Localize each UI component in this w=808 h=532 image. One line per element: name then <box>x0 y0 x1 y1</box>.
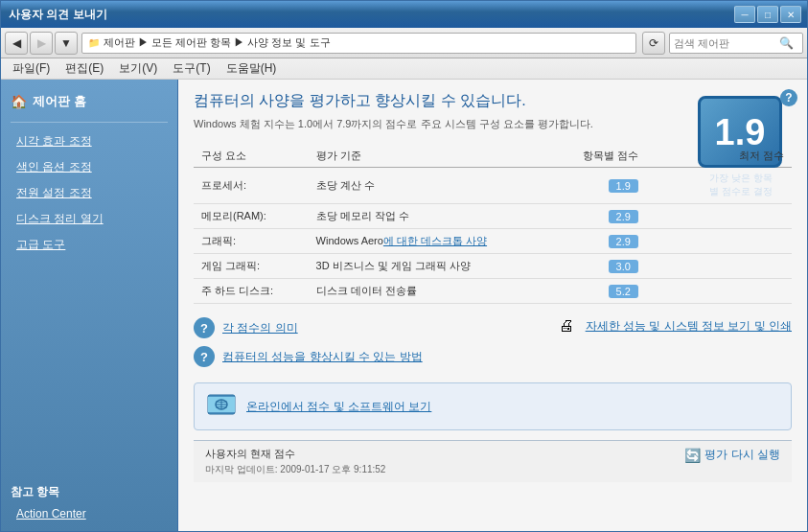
title-bar-text: 사용자 의견 보내기 <box>9 7 107 23</box>
cell-component: 게임 그래픽: <box>194 254 309 279</box>
menu-edit[interactable]: 편집(E) <box>58 58 111 79</box>
cell-component: 메모리(RAM): <box>194 204 309 229</box>
cell-criteria: 초당 계산 수 <box>309 168 553 204</box>
maximize-button[interactable]: □ <box>757 6 778 23</box>
address-text: 제어판 ▶ 모든 제어판 항목 ▶ 사양 정보 및 도구 <box>104 35 331 50</box>
main-area: 🏠 제어판 홈 시각 효과 조정 색인 옵션 조정 전원 설정 조정 디스크 정… <box>1 80 807 531</box>
sidebar: 🏠 제어판 홈 시각 효과 조정 색인 옵션 조정 전원 설정 조정 디스크 정… <box>1 80 178 531</box>
cell-component: 프로세서: <box>194 168 309 204</box>
search-input[interactable] <box>674 37 779 49</box>
cell-score: 1.9 <box>553 168 646 204</box>
link-row-meaning: ? 각 점수의 의미 <box>194 317 423 338</box>
link-online[interactable]: 온라인에서 점수 및 소프트웨어 보기 <box>246 399 431 415</box>
cell-component: 주 하드 디스크: <box>194 279 309 304</box>
big-score-display: 1.9 가장 낮은 항목별 점수로 결정 <box>698 96 784 198</box>
main-window: 사용자 의견 보내기 ─ □ ✕ ◀ ▶ ▼ 📁 제어판 ▶ 모든 제어판 항목… <box>0 0 808 532</box>
online-section: 온라인에서 점수 및 소프트웨어 보기 <box>194 382 792 430</box>
col-header-score: 항목별 점수 <box>553 145 646 168</box>
score-badge: 5.2 <box>609 285 638 298</box>
user-score-area: 사용자의 현재 점수 마지막 업데이트: 2009-01-17 오후 9:11:… <box>205 447 385 476</box>
links-left: ? 각 점수의 의미 ? 컴퓨터의 성능을 향상시킬 수 있는 방법 <box>194 317 423 375</box>
cell-score: 2.9 <box>553 229 646 254</box>
close-button[interactable]: ✕ <box>780 6 801 23</box>
col-header-component: 구성 요소 <box>194 145 309 168</box>
help-icon[interactable]: ? <box>780 89 797 106</box>
cell-criteria: 3D 비즈니스 및 게임 그래픽 사양 <box>309 254 553 279</box>
sidebar-link-visual[interactable]: 시각 효과 조정 <box>1 128 177 154</box>
address-path[interactable]: 📁 제어판 ▶ 모든 제어판 항목 ▶ 사양 정보 및 도구 <box>81 33 636 54</box>
cell-min <box>646 254 792 279</box>
link-improve[interactable]: 컴퓨터의 성능을 향상시킬 수 있는 방법 <box>222 349 423 365</box>
table-row: 메모리(RAM): 초당 메모리 작업 수 2.9 <box>194 204 792 229</box>
cell-criteria: 디스크 데이터 전송률 <box>309 279 553 304</box>
cell-component: 그래픽: <box>194 229 309 254</box>
search-icon[interactable]: 🔍 <box>779 36 794 50</box>
menu-tools[interactable]: 도구(T) <box>165 58 218 79</box>
rerun-label: 평가 다시 실행 <box>704 447 780 463</box>
title-bar-buttons: ─ □ ✕ <box>734 6 801 23</box>
link-row-print: 🖨 자세한 성능 및 시스템 정보 보기 및 인쇄 <box>559 317 792 335</box>
folder-icon: 📁 <box>88 37 100 48</box>
cell-score: 5.2 <box>553 279 646 304</box>
cell-criteria: Windows Aero에 대한 데스크톱 사양 <box>309 229 553 254</box>
sidebar-link-index[interactable]: 색인 옵션 조정 <box>1 154 177 180</box>
sidebar-link-disk[interactable]: 디스크 정리 열기 <box>1 206 177 232</box>
col-header-criteria: 평가 기준 <box>309 145 553 168</box>
rerun-button[interactable]: 🔄 평가 다시 실행 <box>684 447 780 463</box>
sidebar-divider <box>11 122 168 123</box>
sidebar-action-center[interactable]: Action Center <box>1 504 177 523</box>
sidebar-section-title: 참고 항목 <box>1 476 177 504</box>
forward-button[interactable]: ▶ <box>30 32 53 55</box>
score-badge: 2.9 <box>609 235 638 248</box>
table-row: 주 하드 디스크: 디스크 데이터 전송률 5.2 <box>194 279 792 304</box>
rerun-icon: 🔄 <box>684 448 701 463</box>
nav-buttons: ◀ ▶ ▼ <box>5 32 78 55</box>
sidebar-link-advanced[interactable]: 고급 도구 <box>1 232 177 258</box>
cell-min <box>646 279 792 304</box>
title-bar: 사용자 의견 보내기 ─ □ ✕ <box>1 1 807 28</box>
sidebar-link-power[interactable]: 전원 설정 조정 <box>1 180 177 206</box>
cell-min <box>646 229 792 254</box>
printer-icon: 🖨 <box>559 317 574 335</box>
table-row: 게임 그래픽: 3D 비즈니스 및 게임 그래픽 사양 3.0 <box>194 254 792 279</box>
info-icon-2: ? <box>194 346 215 367</box>
menu-file[interactable]: 파일(F) <box>5 58 58 79</box>
address-bar: ◀ ▶ ▼ 📁 제어판 ▶ 모든 제어판 항목 ▶ 사양 정보 및 도구 ⟳ 🔍 <box>1 28 807 58</box>
link-row-improve: ? 컴퓨터의 성능을 향상시킬 수 있는 방법 <box>194 346 423 367</box>
cell-score: 3.0 <box>553 254 646 279</box>
menu-help[interactable]: 도움말(H) <box>219 58 285 79</box>
sidebar-home-label: 제어판 홈 <box>33 93 86 110</box>
cell-min <box>646 204 792 229</box>
score-label: 가장 낮은 항목별 점수로 결정 <box>698 172 784 198</box>
score-badge: 2.9 <box>609 210 638 223</box>
table-row: 그래픽: Windows Aero에 대한 데스크톱 사양 2.9 <box>194 229 792 254</box>
sidebar-home[interactable]: 🏠 제어판 홈 <box>1 87 177 116</box>
score-number: 1.9 <box>715 114 766 150</box>
table-row: 프로세서: 초당 계산 수 1.9 1.9 가장 낮은 항목별 점수로 결정 <box>194 168 792 204</box>
dropdown-button[interactable]: ▼ <box>55 32 78 55</box>
link-meaning[interactable]: 각 점수의 의미 <box>222 320 298 336</box>
bottom-bar: 사용자의 현재 점수 마지막 업데이트: 2009-01-17 오후 9:11:… <box>194 440 792 482</box>
score-badge: 1.9 <box>609 179 638 193</box>
back-button[interactable]: ◀ <box>5 32 28 55</box>
user-score-title: 사용자의 현재 점수 <box>205 447 385 461</box>
search-box: 🔍 <box>669 33 803 54</box>
score-badge: 3.0 <box>609 260 638 273</box>
cell-min: 1.9 가장 낮은 항목별 점수로 결정 <box>646 168 792 204</box>
user-score-updated: 마지막 업데이트: 2009-01-17 오후 9:11:52 <box>205 463 385 476</box>
menu-bar: 파일(F) 편집(E) 보기(V) 도구(T) 도움말(H) <box>1 58 807 80</box>
cell-criteria: 초당 메모리 작업 수 <box>309 204 553 229</box>
cell-score: 2.9 <box>553 204 646 229</box>
link-print[interactable]: 자세한 성능 및 시스템 정보 보기 및 인쇄 <box>586 318 792 335</box>
online-icon <box>206 391 237 422</box>
info-icon: ? <box>194 317 215 338</box>
refresh-button[interactable]: ⟳ <box>642 32 665 55</box>
home-icon: 🏠 <box>11 94 27 109</box>
minimize-button[interactable]: ─ <box>734 6 755 23</box>
score-table: 구성 요소 평가 기준 항목별 점수 최저 점수 프로세서: 초당 계산 수 1… <box>194 145 792 304</box>
menu-view[interactable]: 보기(V) <box>111 58 165 79</box>
content-panel: ? 컴퓨터의 사양을 평가하고 향상시킬 수 있습니다. Windows 체험 … <box>178 80 807 531</box>
